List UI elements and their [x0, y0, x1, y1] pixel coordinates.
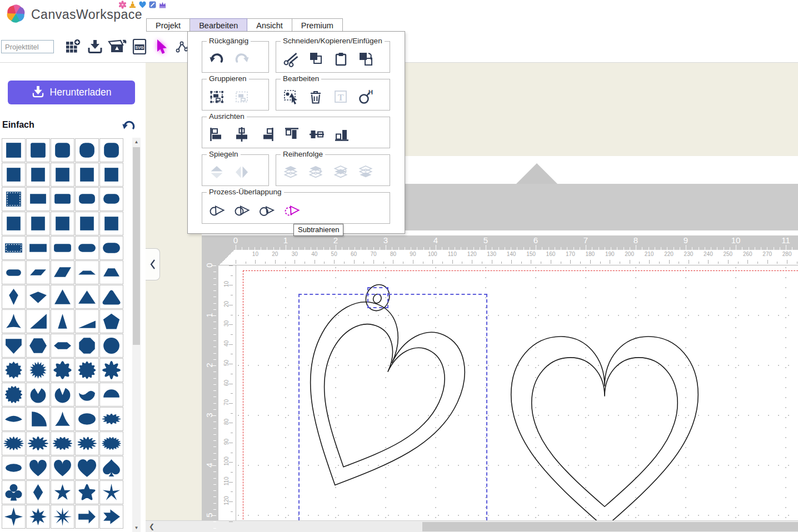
menu-item-align-center-h-icon[interactable]: [233, 126, 251, 143]
shape-star-8[interactable]: [26, 505, 50, 529]
menu-item-select-objects-icon[interactable]: [282, 88, 300, 106]
shape-parallelogram[interactable]: [51, 260, 74, 284]
shape-stamp-rectangle-2[interactable]: [26, 212, 50, 235]
shape-wave-bowl[interactable]: [75, 383, 99, 406]
shape-squircle[interactable]: [99, 138, 123, 162]
shape-stamp-square-3[interactable]: [51, 163, 74, 187]
menu-item-align-top-icon[interactable]: [283, 126, 301, 143]
menu-item-align-middle-v-icon[interactable]: [308, 126, 326, 143]
menu-item-undo-icon[interactable]: [208, 50, 226, 68]
menu-item-weld-icon[interactable]: [208, 201, 226, 219]
shape-star-5-thin[interactable]: [99, 480, 123, 504]
canvas-scrollbar[interactable]: ❮: [146, 520, 798, 532]
shape-rectangle-barrel[interactable]: [99, 187, 123, 211]
shape-star-5-round[interactable]: [75, 480, 99, 504]
shape-stamp-square-4[interactable]: [75, 163, 99, 187]
menu-item-align-bottom-icon[interactable]: [333, 126, 351, 143]
shape-hexagon-flat[interactable]: [51, 334, 74, 358]
shape-shield[interactable]: [2, 334, 26, 358]
shape-stamp-rectangle-1[interactable]: [2, 212, 26, 235]
shape-rectangle-rounded-sm[interactable]: [51, 187, 74, 211]
tab-ansicht[interactable]: Ansicht: [247, 18, 292, 32]
shape-circle[interactable]: [99, 334, 123, 358]
shape-stamp-square-5[interactable]: [99, 163, 123, 187]
toolbar-svg-file-icon[interactable]: SVG: [128, 37, 151, 57]
shape-star-5[interactable]: [51, 480, 74, 504]
shape-triangle[interactable]: [75, 285, 99, 309]
toolbar-import-icon[interactable]: [84, 37, 106, 57]
toolbar-select-cursor-icon[interactable]: [151, 37, 173, 57]
shape-spade[interactable]: [99, 456, 123, 480]
shape-fan[interactable]: [2, 407, 26, 431]
shape-spiky-oval-1[interactable]: [2, 431, 26, 455]
shape-burst-12[interactable]: [2, 358, 26, 382]
scroll-left-icon[interactable]: ❮: [149, 523, 154, 530]
shape-scallop-14[interactable]: [2, 383, 26, 406]
shape-square-rounded-md[interactable]: [51, 138, 74, 162]
shape-rectangle[interactable]: [26, 187, 50, 211]
menu-item-cut-icon[interactable]: [282, 50, 300, 68]
shape-heart-round[interactable]: [51, 456, 74, 480]
tab-bearbeiten[interactable]: Bearbeiten: [190, 18, 247, 32]
shape-stadium[interactable]: [99, 236, 123, 260]
scroll-down-icon[interactable]: ▼: [132, 524, 141, 532]
menu-item-copy-icon[interactable]: [307, 50, 325, 68]
shape-scallop-12[interactable]: [75, 358, 99, 382]
shape-stamp-square-1[interactable]: [2, 163, 26, 187]
shape-hexagon[interactable]: [26, 334, 50, 358]
menu-item-clipboard-icon[interactable]: [332, 50, 350, 68]
shape-burst-8[interactable]: [51, 505, 74, 529]
shape-ellipse-slim[interactable]: [2, 456, 26, 480]
shape-square[interactable]: [2, 138, 26, 162]
shape-right-triangle-low[interactable]: [75, 309, 99, 333]
menu-item-subtract-icon[interactable]: [283, 201, 301, 219]
shape-octagon[interactable]: [75, 334, 99, 358]
shape-rectangle-wide[interactable]: [26, 236, 50, 260]
shape-sun-16[interactable]: [26, 358, 50, 382]
menu-item-group-icon[interactable]: [208, 88, 226, 106]
shape-stamp-square-2[interactable]: [26, 163, 50, 187]
shape-notch-circle[interactable]: [26, 383, 50, 406]
shape-star-4[interactable]: [2, 505, 26, 529]
shape-scallop-8[interactable]: [51, 358, 74, 382]
shape-heart-scallop[interactable]: [75, 456, 99, 480]
shape-trapezoid[interactable]: [99, 260, 123, 284]
canvas-scroll-thumb[interactable]: [422, 522, 798, 531]
menu-item-rotate-h-icon[interactable]: H: [357, 88, 375, 106]
tab-projekt[interactable]: Projekt: [146, 18, 190, 32]
shape-stamp-rectangle-5[interactable]: [99, 212, 123, 235]
shape-rectangle-wide-rounded[interactable]: [51, 236, 74, 260]
sidebar-collapse-button[interactable]: [146, 248, 160, 280]
shape-triangle-tall[interactable]: [51, 285, 74, 309]
shape-triangle-concave[interactable]: [51, 407, 74, 431]
shape-spiky-oval-4[interactable]: [75, 431, 99, 455]
tab-premium[interactable]: Premium: [292, 18, 343, 32]
shape-club[interactable]: [2, 480, 26, 504]
shape-pentagon[interactable]: [99, 309, 123, 333]
shape-triangle-curved[interactable]: [2, 309, 26, 333]
menu-item-intersect-icon[interactable]: [258, 201, 276, 219]
shape-tulip[interactable]: [51, 383, 74, 406]
shape-quarter-circle[interactable]: [26, 407, 50, 431]
shape-heart[interactable]: [26, 456, 50, 480]
toolbar-export-mat-icon[interactable]: [106, 37, 128, 57]
shape-kite[interactable]: [2, 285, 26, 309]
shape-spiky-oval-3[interactable]: [51, 431, 74, 455]
shape-arrow-right[interactable]: [75, 505, 99, 529]
shape-stamp-rectangle-3[interactable]: [51, 212, 74, 235]
shape-kite-wide[interactable]: [26, 285, 50, 309]
shape-square-rounded-sm[interactable]: [26, 138, 50, 162]
menu-item-delete-icon[interactable]: [307, 88, 325, 106]
selection-box[interactable]: [298, 294, 487, 526]
selection-box-hole[interactable]: [367, 287, 388, 308]
shape-rectangle-pill[interactable]: [75, 236, 99, 260]
toolbar-new-project-icon[interactable]: [62, 37, 84, 57]
shape-parallelogram-slim[interactable]: [26, 260, 50, 284]
shape-triangle-narrow[interactable]: [51, 309, 74, 333]
shape-ellipse[interactable]: [75, 407, 99, 431]
shape-right-triangle[interactable]: [26, 309, 50, 333]
shape-square-rounded-lg[interactable]: [75, 138, 99, 162]
shape-flower-8[interactable]: [99, 358, 123, 382]
shape-stamp-rectangle-4[interactable]: [75, 212, 99, 235]
shape-pill[interactable]: [2, 260, 26, 284]
